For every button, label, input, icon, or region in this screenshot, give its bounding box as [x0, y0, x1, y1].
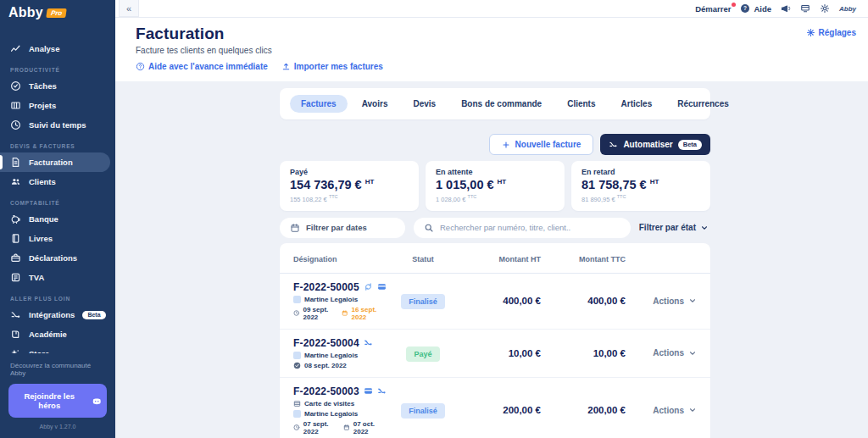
sidebar-item-banque[interactable]: Banque [0, 209, 110, 229]
invoice-icon [10, 157, 21, 168]
new-invoice-button[interactable]: Nouvelle facture [489, 134, 594, 155]
demarrer-button[interactable]: Démarrer [695, 4, 731, 14]
app-version: Abby v 1.27.0 [8, 418, 107, 435]
client-line: Martine Legalois [293, 352, 387, 359]
page-title: Facturation [136, 25, 225, 43]
sidebar-item-label: Tâches [29, 81, 57, 91]
sidebar-item-tva[interactable]: TVA [0, 268, 110, 287]
megaphone-icon[interactable] [781, 3, 791, 14]
date-filter-button[interactable]: Filtrer par dates [280, 218, 405, 238]
card-icon [377, 282, 387, 291]
logo-text: Abby [8, 5, 43, 20]
tab-factures[interactable]: Factures [290, 95, 348, 113]
tab-bons-de-commande[interactable]: Bons de commande [450, 95, 553, 113]
created-date: 09 sept. 2022 [293, 306, 338, 321]
table-row[interactable]: F-2022-50005 Martine Legalois 09 sept. 2… [280, 274, 710, 330]
sidebar-item-clients[interactable]: Clients [0, 172, 110, 191]
projects-icon [10, 100, 21, 111]
sidebar-item-facturation[interactable]: Facturation [0, 152, 110, 172]
sidebar-item-store[interactable]: Store [0, 344, 110, 353]
clients-icon [10, 176, 21, 187]
join-heroes-button[interactable]: Rejoindre les héros [8, 384, 107, 418]
sidebar-item-suivi-du-temps[interactable]: Suivi du temps [0, 115, 110, 135]
chevron-down-icon [688, 406, 697, 414]
state-filter-label: Filtrer par état [639, 223, 696, 232]
table-row[interactable]: F-2022-50003 Carte de visites Martine Le… [280, 378, 710, 438]
sidebar-item-academie[interactable]: Académie [0, 324, 110, 344]
item-title: Carte de visites [304, 400, 354, 408]
ht-suffix: HT [498, 178, 507, 186]
beta-badge: Beta [82, 311, 105, 319]
gear-icon[interactable] [820, 3, 830, 14]
pro-badge: Pro [46, 8, 67, 18]
client-name: Martine Legalois [304, 296, 358, 303]
tab-clients[interactable]: Clients [556, 95, 606, 113]
sidebar-item-label: Analyse [29, 44, 59, 53]
nav-section-comptabilite: COMPTABILITÉ [0, 191, 115, 209]
tva-icon [10, 272, 21, 283]
automate-button[interactable]: Automatiser Beta [600, 134, 710, 155]
actions-dropdown[interactable]: Actions [626, 406, 697, 415]
due-date: 07 oct. 2022 [343, 420, 387, 435]
ttc-suffix: TTC [617, 194, 626, 199]
tab-avoirs[interactable]: Avoirs [351, 95, 399, 113]
client-avatar [293, 296, 301, 303]
sidebar-nav: Analyse PRODUCTIVITÉ Tâches Projets Suiv… [0, 29, 115, 353]
import-invoices-link[interactable]: Importer mes factures [281, 62, 383, 71]
svg-text:?: ? [743, 5, 747, 11]
actions-dropdown[interactable]: Actions [626, 348, 697, 358]
advance-help-link[interactable]: Aide avec l'avance immédiate [136, 62, 268, 71]
stat-label: En attente [436, 168, 554, 176]
sidebar-item-projets[interactable]: Projets [0, 96, 110, 115]
clock-icon [293, 309, 300, 317]
community-text: Découvrez la communauté Abby [8, 362, 107, 384]
item-line: Carte de visites [293, 400, 387, 408]
state-filter-dropdown[interactable]: Filtrer par état [639, 223, 710, 232]
import-invoices-label: Importer mes factures [294, 62, 383, 71]
question-circle-icon [136, 62, 145, 71]
search-input[interactable] [440, 223, 620, 232]
stats-row: Payé 154 736,79 € HT 155 108,22 € TTC En… [280, 161, 710, 211]
chevron-down-icon [688, 297, 697, 305]
sidebar-item-taches[interactable]: Tâches [0, 76, 110, 96]
sidebar-item-analyse[interactable]: Analyse [0, 39, 110, 58]
aide-button[interactable]: ? Aide [740, 3, 771, 14]
app-logo[interactable]: Abby Pro [0, 0, 115, 29]
client-name: Martine Legalois [304, 410, 358, 418]
stat-amount-ttc: 81 890,95 € [581, 196, 615, 203]
search-box [414, 218, 631, 238]
sidebar-item-livres[interactable]: Livres [0, 229, 110, 248]
sidebar-item-label: Clients [29, 177, 56, 186]
sidebar-item-integrations[interactable]: Intégrations Beta [0, 305, 110, 324]
settings-gear-icon [806, 28, 815, 37]
books-icon [10, 233, 21, 244]
sidebar-item-declarations[interactable]: Déclarations [0, 248, 110, 268]
table-row[interactable]: F-2022-50004 Martine Legalois 08 sept. 2… [280, 330, 710, 378]
page-subtitle: Facture tes clients en quelques clics [136, 46, 868, 55]
check-circle-icon [293, 362, 301, 369]
tab-articles[interactable]: Articles [610, 95, 664, 113]
created-date-text: 07 sept. 2022 [303, 420, 340, 435]
apps-icon[interactable] [800, 3, 810, 14]
amount-ht: 400,00 € [459, 296, 541, 306]
ttc-suffix: TTC [468, 194, 477, 199]
actions-dropdown[interactable]: Actions [626, 297, 697, 306]
document-tabs: Factures Avoirs Devis Bons de commande C… [280, 88, 710, 119]
automate-label: Automatiser [623, 140, 672, 149]
calendar-icon [290, 223, 300, 233]
tab-recurrences[interactable]: Récurrences [666, 95, 740, 113]
search-icon [424, 223, 434, 233]
tab-devis[interactable]: Devis [402, 95, 447, 113]
join-heroes-label: Rejoindre les héros [14, 391, 86, 410]
nav-section-productivite: PRODUCTIVITÉ [0, 58, 115, 76]
sidebar-item-label: Intégrations [29, 310, 75, 319]
paid-date: 08 sept. 2022 [293, 362, 347, 369]
collapse-sidebar-button[interactable]: « [119, 0, 139, 17]
status-badge: Finalisé [401, 294, 445, 309]
sidebar-footer: Découvrez la communauté Abby Rejoindre l… [0, 353, 115, 438]
sidebar-item-label: Académie [29, 330, 67, 339]
reglages-link[interactable]: Réglages [806, 28, 856, 37]
sidebar-item-label: Facturation [29, 158, 73, 167]
account-button[interactable]: Abby [839, 5, 856, 13]
card-icon [364, 386, 373, 396]
